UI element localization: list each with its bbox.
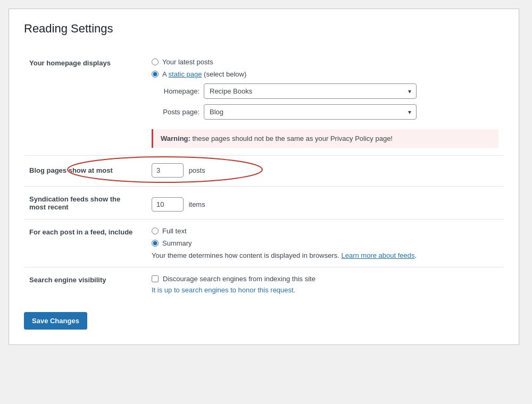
summary-radio[interactable] <box>152 240 159 247</box>
static-page-suffix: (select below) <box>204 70 246 78</box>
syndication-suffix: items <box>189 200 205 208</box>
homepage-displays-field: Your latest posts A static page (select … <box>141 50 504 156</box>
syndication-field: 10 items <box>141 187 504 220</box>
syndication-label: Syndication feeds show the most recent <box>24 187 141 220</box>
blog-posts-highlight: 3 posts <box>152 163 205 178</box>
posts-page-select-label: Posts page: <box>152 108 200 116</box>
summary-label[interactable]: Summary <box>162 239 192 247</box>
warning-text: these pages should not be the same as yo… <box>192 134 393 142</box>
feed-include-row: For each post in a feed, include Full te… <box>24 220 504 267</box>
homepage-select[interactable]: Recipe Books Home About Contact <box>204 83 417 99</box>
syndication-row: Syndication feeds show the most recent 1… <box>24 187 504 220</box>
settings-page: Reading Settings Your homepage displays … <box>9 9 519 345</box>
full-text-radio-row: Full text <box>152 227 498 235</box>
blog-pages-field: 3 posts <box>141 156 504 187</box>
feed-include-field: Full text Summary Your theme determines … <box>141 220 504 267</box>
search-visibility-label: Search engine visibility <box>24 267 141 302</box>
static-page-radio-row: A static page (select below) <box>152 70 498 78</box>
full-text-radio[interactable] <box>152 228 159 234</box>
latest-posts-radio-row: Your latest posts <box>152 58 498 66</box>
feed-info-suffix: . <box>415 251 417 259</box>
static-page-radio[interactable] <box>152 71 159 78</box>
warning-box: Warning: these pages should not be the s… <box>152 129 498 148</box>
blog-posts-input[interactable]: 3 <box>152 163 184 178</box>
latest-posts-radio[interactable] <box>152 58 159 65</box>
learn-more-feeds-link[interactable]: Learn more about feeds <box>341 251 414 259</box>
posts-page-select[interactable]: Blog Home About Contact <box>204 104 417 120</box>
syndication-label-line1: Syndication feeds show the <box>29 195 120 203</box>
discourage-search-checkbox[interactable] <box>152 275 159 282</box>
homepage-select-label: Homepage: <box>152 87 200 95</box>
static-page-link[interactable]: static page <box>169 70 202 78</box>
homepage-select-wrap: Recipe Books Home About Contact <box>204 83 417 99</box>
search-visibility-field: Discourage search engines from indexing … <box>141 267 504 302</box>
full-text-label[interactable]: Full text <box>162 227 187 235</box>
homepage-displays-row: Your homepage displays Your latest posts… <box>24 50 504 156</box>
search-visibility-hint: It is up to search engines to honor this… <box>152 286 498 294</box>
latest-posts-label[interactable]: Your latest posts <box>162 58 213 66</box>
summary-radio-row: Summary <box>152 239 498 247</box>
feed-include-radio-group: Full text Summary <box>152 227 498 247</box>
syndication-input[interactable]: 10 <box>152 197 184 212</box>
posts-page-select-row: Posts page: Blog Home About Contact <box>152 104 498 120</box>
syndication-label-line2: most recent <box>29 203 69 211</box>
settings-table: Your homepage displays Your latest posts… <box>24 50 504 301</box>
homepage-radio-group: Your latest posts A static page (select … <box>152 58 498 78</box>
blog-posts-suffix: posts <box>189 166 205 174</box>
save-changes-button[interactable]: Save Changes <box>24 312 87 330</box>
feed-info: Your theme determines how content is dis… <box>152 251 498 259</box>
blog-pages-label: Blog pages show at most <box>24 156 141 187</box>
posts-page-select-wrap: Blog Home About Contact <box>204 104 417 120</box>
static-page-prefix: A <box>162 70 167 78</box>
homepage-select-row: Homepage: Recipe Books Home About Contac… <box>152 83 498 99</box>
warning-bold: Warning: <box>161 134 190 142</box>
feed-include-label: For each post in a feed, include <box>24 220 141 267</box>
homepage-displays-label: Your homepage displays <box>24 50 141 156</box>
feed-info-text: Your theme determines how content is dis… <box>152 251 341 259</box>
discourage-search-label[interactable]: Discourage search engines from indexing … <box>163 275 315 283</box>
blog-pages-row: Blog pages show at most 3 posts <box>24 156 504 187</box>
sub-fields: Homepage: Recipe Books Home About Contac… <box>152 83 498 148</box>
page-title: Reading Settings <box>24 22 504 40</box>
static-page-label[interactable]: A static page (select below) <box>162 70 246 78</box>
search-visibility-row: Search engine visibility Discourage sear… <box>24 267 504 302</box>
search-visibility-checkbox-row: Discourage search engines from indexing … <box>152 275 498 283</box>
